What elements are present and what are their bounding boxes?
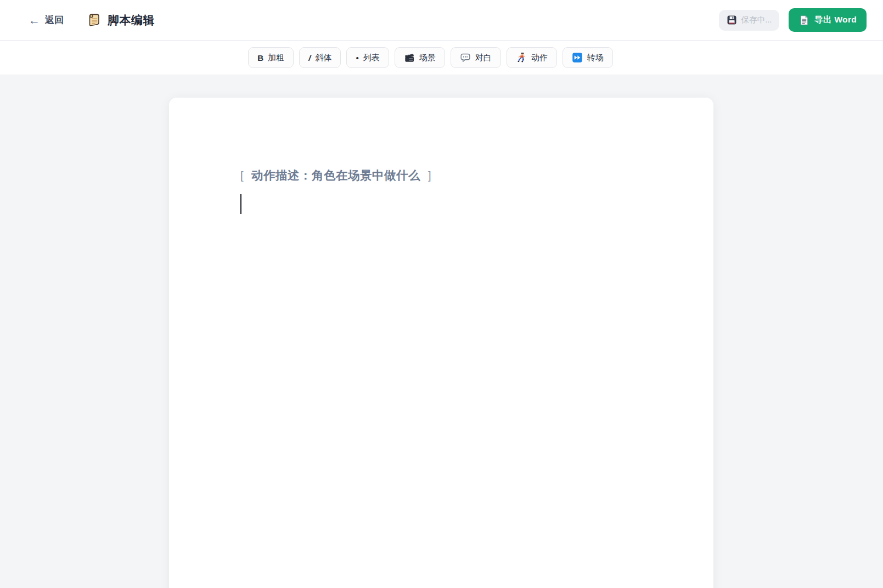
dialogue-button[interactable]: 对白	[451, 47, 501, 68]
back-button[interactable]: ← 返回	[29, 14, 64, 26]
action-label: 动作	[531, 53, 548, 63]
header-actions: 保存中... 导出 Word	[719, 8, 867, 32]
scene-label: 场景	[419, 53, 436, 63]
placeholder-text: 动作描述：角色在场景中做什么	[251, 167, 420, 184]
runner-icon	[516, 52, 527, 63]
floppy-disk-icon	[727, 15, 737, 25]
bold-button[interactable]: B 加粗	[248, 47, 294, 68]
placeholder-open-bracket: [	[240, 167, 244, 184]
transition-label: 转场	[587, 53, 604, 63]
export-word-label: 导出 Word	[814, 14, 857, 26]
scroll-icon	[87, 13, 102, 27]
clapperboard-icon	[404, 52, 415, 63]
italic-icon: /	[308, 53, 311, 63]
title-group: 脚本编辑	[87, 13, 155, 28]
italic-button[interactable]: / 斜体	[299, 47, 341, 68]
export-word-button[interactable]: 导出 Word	[789, 8, 867, 32]
speech-balloon-icon	[460, 52, 471, 63]
save-status-button[interactable]: 保存中...	[719, 10, 780, 31]
scene-button[interactable]: 场景	[395, 47, 445, 68]
dialogue-label: 对白	[475, 53, 492, 63]
action-button[interactable]: 动作	[507, 47, 557, 68]
action-placeholder-line: [ 动作描述：角色在场景中做什么 ]	[240, 167, 642, 184]
editor-canvas: [ 动作描述：角色在场景中做什么 ]	[0, 75, 883, 588]
transition-button[interactable]: 转场	[563, 47, 613, 68]
text-caret	[240, 194, 241, 214]
back-button-label: 返回	[45, 14, 64, 26]
placeholder-close-bracket: ]	[428, 167, 431, 184]
format-toolbar-buttons: B 加粗 / 斜体 • 列表 场景	[248, 47, 612, 68]
format-toolbar: B 加粗 / 斜体 • 列表 场景	[0, 41, 883, 75]
fast-forward-icon	[572, 52, 583, 63]
save-status-label: 保存中...	[741, 15, 772, 25]
bullet-list-icon: •	[356, 53, 358, 63]
back-arrow-icon: ←	[29, 14, 40, 26]
bold-icon: B	[257, 53, 263, 63]
script-page-card: [ 动作描述：角色在场景中做什么 ]	[169, 98, 713, 588]
page-title: 脚本编辑	[108, 13, 155, 28]
list-label: 列表	[363, 53, 380, 63]
italic-label: 斜体	[315, 53, 331, 63]
bold-label: 加粗	[268, 53, 284, 63]
script-editor-area[interactable]: [ 动作描述：角色在场景中做什么 ]	[169, 98, 713, 536]
top-bar: ← 返回 脚本编辑 保存中...	[0, 0, 883, 41]
list-button[interactable]: • 列表	[346, 47, 389, 68]
caret-line	[240, 194, 642, 214]
document-icon	[798, 15, 809, 26]
